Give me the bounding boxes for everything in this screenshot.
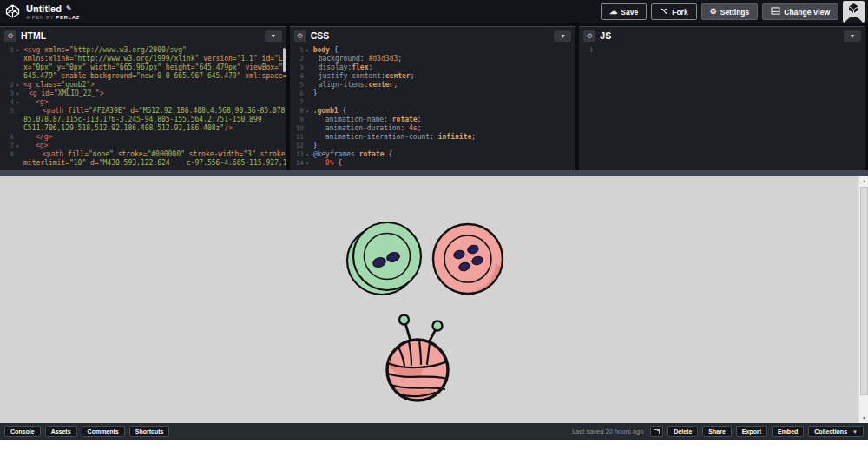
footer-bar: Console Assets Comments Shortcuts Last s… (0, 423, 868, 440)
code-line: 1 (579, 46, 865, 55)
code-line: 1▾<svg xmlns="http://www.w3.org/2000/svg… (0, 46, 286, 55)
chevron-down-icon: ▼ (852, 429, 858, 434)
code-line: 10animation-duration: 4s; (290, 124, 576, 133)
page-bottom-whitespace (0, 440, 868, 470)
code-line: 7▾<g> (0, 142, 286, 150)
code-line: 8▾.gomb1 { (290, 107, 576, 116)
html-collapse-chevron-icon[interactable]: ▼ (265, 30, 282, 42)
preview-illustration (0, 176, 868, 423)
code-line: 3▾<g id="XMLID_22_"> (0, 89, 286, 98)
settings-button[interactable]: ⚙ Settings (701, 3, 759, 20)
code-line: 8<path fill="none" stroke="#000000" stro… (0, 150, 286, 159)
code-line: x="0px" y="0px" width="665.967px" height… (0, 63, 286, 72)
fork-icon (660, 8, 668, 17)
export-button[interactable]: Export (736, 426, 767, 437)
code-line: 645.479" enable-background="new 0 0 665.… (0, 72, 286, 81)
code-line: 85.078,87.115c-113.176-3.245-94.805-155.… (0, 116, 286, 124)
save-button[interactable]: ☁ Save (601, 3, 647, 20)
fork-button[interactable]: Fork (651, 3, 696, 20)
layout-view-icon (771, 7, 780, 17)
editor-preview-divider[interactable] (0, 170, 868, 176)
pen-title: Untitled (26, 3, 62, 14)
code-line: 2background: #d3d3d3; (290, 55, 576, 63)
embed-button[interactable]: Embed (772, 426, 804, 437)
author-link[interactable]: Perlaz (56, 15, 80, 20)
preview-scrollbar[interactable]: ▲ ▼ (858, 176, 868, 423)
js-settings-gear-icon[interactable]: ⚙ (583, 30, 595, 42)
js-collapse-chevron-icon[interactable]: ▼ (844, 30, 861, 42)
user-avatar[interactable] (843, 1, 865, 23)
codepen-editor-page: Untitled ✎ A PEN BY Perlaz ☁ Save Fork (0, 0, 868, 470)
html-settings-gear-icon[interactable]: ⚙ (4, 30, 16, 42)
edit-pencil-icon[interactable]: ✎ (66, 3, 72, 14)
preview-pane: ▲ ▼ (0, 176, 868, 423)
yarn-ball-illustration (387, 315, 448, 401)
css-panel: ⚙ CSS ▼ 1▾body {2background: #d3d3d3;3di… (290, 26, 576, 170)
scrollbar-thumb[interactable] (860, 187, 868, 395)
last-saved-text: Last saved 20 hours ago (572, 427, 643, 435)
code-line: 5align-items:center; (290, 81, 576, 89)
css-code-editor[interactable]: 1▾body {2background: #d3d3d3;3display:fl… (290, 44, 576, 168)
code-line: 5<path fill="#F2A39E" d="M512.92,186.408… (0, 107, 286, 116)
html-code-editor[interactable]: 1▾<svg xmlns="http://www.w3.org/2000/svg… (0, 44, 286, 168)
pen-byline: A PEN BY Perlaz (26, 15, 80, 20)
js-panel-title: JS (600, 30, 611, 41)
editor-layout-icon (654, 429, 660, 434)
editor-row: ⚙ HTML ▼ 1▾<svg xmlns="http://www.w3.org… (0, 23, 868, 170)
change-view-button[interactable]: Change View (762, 3, 838, 20)
comments-button[interactable]: Comments (82, 426, 125, 437)
cloud-icon: ☁ (609, 8, 617, 16)
scrollbar-down-arrow-icon[interactable]: ▼ (859, 414, 868, 423)
html-panel: ⚙ HTML ▼ 1▾<svg xmlns="http://www.w3.org… (0, 26, 286, 170)
code-line: 14▾0% { (290, 159, 576, 168)
js-code-editor[interactable]: 1 (579, 44, 865, 55)
code-line: 4▾<g> (0, 98, 286, 107)
brand: Untitled ✎ A PEN BY Perlaz (5, 3, 80, 20)
code-line: 9animation-name: rotate; (290, 116, 576, 124)
green-button-illustration (347, 222, 421, 295)
assets-button[interactable]: Assets (45, 426, 77, 437)
gear-icon: ⚙ (710, 8, 717, 16)
code-line: 6</g> (0, 133, 286, 142)
code-line: 7 (290, 98, 576, 107)
code-line: C511.706,129.518,512.92,186.408,512.92,1… (0, 124, 286, 133)
css-collapse-chevron-icon[interactable]: ▼ (554, 30, 571, 42)
code-line: miterlimit="10" d="M430.593,122.624 c-97… (0, 159, 286, 168)
code-line: 3display:flex; (290, 63, 576, 72)
js-panel: ⚙ JS ▼ 1 (579, 26, 865, 170)
css-settings-gear-icon[interactable]: ⚙ (294, 30, 306, 42)
code-line: 4justify-content:center; (290, 72, 576, 81)
code-line: 11animation-iteration-count: infinite; (290, 133, 576, 142)
code-line: xmlns:xlink="http://www.w3.org/1999/xlin… (0, 55, 286, 63)
pink-button-illustration (433, 224, 503, 294)
console-button[interactable]: Console (4, 426, 41, 437)
css-panel-title: CSS (311, 30, 330, 41)
html-panel-title: HTML (21, 30, 46, 41)
code-line: 6} (290, 89, 576, 98)
codepen-logo-icon[interactable] (5, 3, 20, 19)
code-line: 12} (290, 142, 576, 150)
html-panel-header: ⚙ HTML ▼ (0, 27, 286, 44)
code-line: 13▾@keyframes rotate { (290, 150, 576, 159)
html-editor-scrollbar[interactable] (283, 48, 286, 72)
top-bar: Untitled ✎ A PEN BY Perlaz ☁ Save Fork (0, 0, 868, 23)
collections-dropdown[interactable]: Collections ▼ (808, 426, 864, 437)
js-panel-header: ⚙ JS ▼ (579, 27, 865, 44)
code-line: 1▾body { (290, 46, 576, 55)
shortcuts-button[interactable]: Shortcuts (129, 426, 170, 437)
editor-layout-button[interactable] (650, 426, 663, 437)
css-panel-header: ⚙ CSS ▼ (290, 27, 576, 44)
scrollbar-up-arrow-icon[interactable]: ▲ (859, 176, 868, 186)
share-button[interactable]: Share (702, 426, 731, 437)
delete-button[interactable]: Delete (667, 426, 698, 437)
code-line: 2▾<g class="gomb2"> (0, 81, 286, 89)
